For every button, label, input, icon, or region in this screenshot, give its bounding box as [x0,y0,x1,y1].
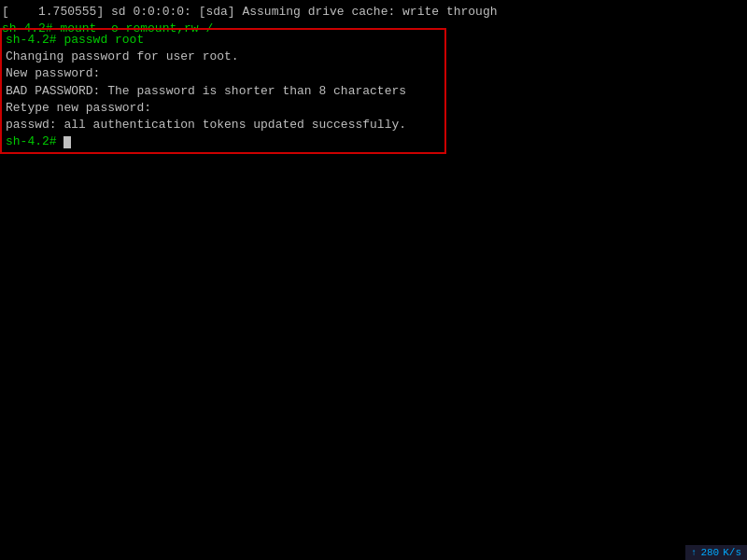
final-prompt-line: sh-4.2# [6,133,441,150]
speed-unit: K/s [723,547,741,558]
retype-password-prompt: Retype new password: [6,100,441,117]
network-speed: 280 [700,547,719,558]
new-password-prompt: New password: [6,65,441,82]
bad-password-warning: BAD PASSWORD: The password is shorter th… [6,83,441,100]
terminal-cursor [63,136,71,148]
highlighted-block: sh-4.2# passwd root Changing password fo… [0,28,446,154]
status-bar: ↑ 280 K/s [685,545,747,560]
passwd-command-line: sh-4.2# passwd root [6,32,441,49]
terminal: [ 1.750555] sd 0:0:0:0: [sda] Assuming d… [0,0,747,560]
terminal-line-1: [ 1.750555] sd 0:0:0:0: [sda] Assuming d… [2,4,745,21]
passwd-success-line: passwd: all authentication tokens update… [6,117,441,133]
upload-arrow-icon: ↑ [691,548,697,558]
changing-password-line: Changing password for user root. [6,49,441,65]
